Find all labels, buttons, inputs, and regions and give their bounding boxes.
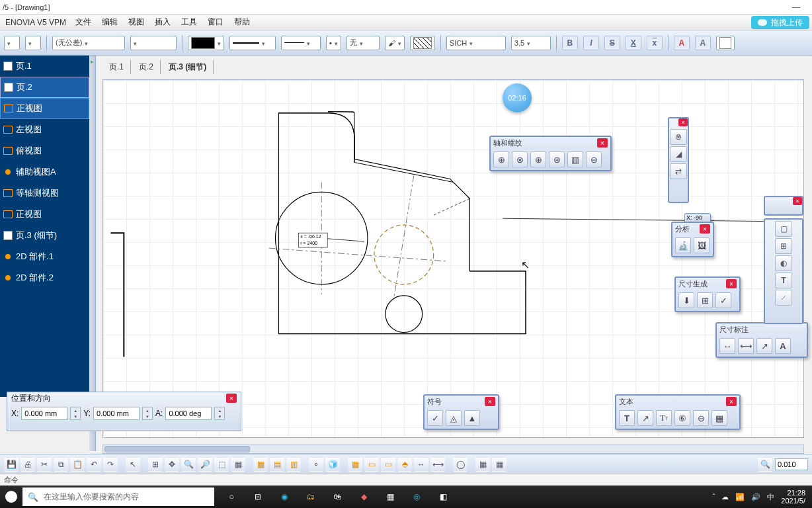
text-btn-T[interactable]: T bbox=[619, 410, 635, 426]
blank-dropdown-1[interactable] bbox=[130, 36, 177, 50]
linewidth-dropdown[interactable] bbox=[229, 36, 276, 50]
tree-item-2dpart2[interactable]: 2D 部件.2 bbox=[0, 267, 89, 288]
tree-item-sheet3[interactable]: 页.3 (细节) bbox=[0, 225, 89, 246]
task-view-icon[interactable]: ○ bbox=[218, 486, 245, 508]
mini1-btn-2[interactable]: ◢ bbox=[670, 146, 687, 162]
palette-axis-thread[interactable]: 轴和螺纹× ⊕ ⊗ ⊕ ⊛ ▥ ⊖ bbox=[489, 136, 612, 171]
hatch-pattern[interactable] bbox=[410, 36, 435, 50]
menu-help[interactable]: 帮助 bbox=[229, 17, 255, 28]
fit-icon[interactable]: ⊞ bbox=[148, 457, 163, 472]
zoom-input[interactable] bbox=[775, 458, 808, 470]
axis-btn-5[interactable]: ▥ bbox=[567, 151, 583, 167]
cut-icon[interactable]: ✂ bbox=[37, 457, 52, 472]
save-icon[interactable]: 💾 bbox=[4, 457, 19, 472]
underline-x-button[interactable]: X bbox=[626, 36, 641, 50]
tree-item-sheet2[interactable]: 页.2 bbox=[0, 77, 89, 98]
axis-btn-1[interactable]: ⊕ bbox=[493, 151, 509, 167]
y-spinner[interactable]: ▲▼ bbox=[142, 407, 153, 420]
close-icon[interactable]: × bbox=[678, 118, 688, 126]
close-icon[interactable]: × bbox=[726, 397, 737, 406]
symbol-btn-1[interactable]: ✓ bbox=[427, 410, 443, 426]
palette-symbol[interactable]: 符号× ✓ ◬ ▲ bbox=[423, 394, 499, 430]
tree-item-aux-view[interactable]: 辅助视图A bbox=[0, 161, 89, 183]
layer3-icon[interactable]: ⬘ bbox=[397, 457, 412, 472]
circle-tool-icon[interactable]: ◯ bbox=[453, 457, 467, 472]
axis-btn-2[interactable]: ⊗ bbox=[512, 151, 528, 167]
mini3-btn-4[interactable]: T bbox=[775, 273, 792, 288]
layer2-icon[interactable]: ▭ bbox=[381, 457, 395, 472]
mini1-btn-3[interactable]: ⇄ bbox=[670, 163, 687, 179]
tree-item-top-view[interactable]: 俯视图 bbox=[0, 140, 89, 161]
grid1-icon[interactable]: ▦ bbox=[253, 457, 268, 472]
cortana-icon[interactable]: ⊟ bbox=[245, 486, 271, 508]
timer-bubble[interactable]: 02:16 bbox=[503, 83, 532, 112]
undo-icon[interactable]: ↶ bbox=[87, 457, 101, 472]
close-icon[interactable]: × bbox=[597, 138, 608, 148]
copy-icon[interactable]: ⧉ bbox=[54, 457, 68, 472]
palette-analysis[interactable]: 分析× 🔬 🖼 bbox=[671, 222, 714, 257]
close-icon[interactable]: × bbox=[226, 394, 237, 403]
point-style-dropdown[interactable]: • bbox=[326, 36, 341, 50]
mini3-btn-1[interactable]: ▢ bbox=[775, 221, 792, 237]
taskbar-search[interactable]: 在这里输入你要搜索的内容 bbox=[22, 487, 214, 506]
overline-x-button[interactable]: x bbox=[647, 36, 663, 50]
tool-dd-1[interactable] bbox=[4, 36, 20, 50]
redo-icon[interactable]: ↷ bbox=[103, 457, 118, 472]
none-dropdown[interactable]: 无 bbox=[346, 36, 380, 50]
dimgen-btn-2[interactable]: ⊞ bbox=[697, 292, 713, 308]
mini3-btn-2[interactable]: ⊞ bbox=[775, 238, 792, 254]
dimannot-btn-3[interactable]: ↗ bbox=[756, 338, 772, 354]
pan-icon[interactable]: ✥ bbox=[165, 457, 179, 472]
tree-item-front-view-2[interactable]: 正视图 bbox=[0, 204, 89, 225]
scrollbar-thumb[interactable] bbox=[104, 446, 250, 452]
close-icon[interactable]: × bbox=[485, 397, 495, 406]
menu-file[interactable]: 文件 bbox=[70, 17, 97, 28]
dims2-icon[interactable]: ⟷ bbox=[430, 457, 445, 472]
italic-button[interactable]: I bbox=[583, 36, 599, 50]
palette-mini-1[interactable]: × ⊗ ◢ ⇄ bbox=[668, 117, 689, 203]
tolerance-dropdown[interactable]: (无公差) bbox=[52, 36, 125, 50]
font-dropdown[interactable]: SICH bbox=[446, 36, 506, 50]
color-swatch-white[interactable] bbox=[716, 36, 735, 50]
dimgen-btn-1[interactable]: ⬇ bbox=[678, 292, 694, 308]
mini1-btn-1[interactable]: ⊗ bbox=[670, 129, 687, 145]
a-spinner[interactable]: ▲▼ bbox=[214, 407, 225, 420]
text-btn-Tt[interactable]: TT bbox=[656, 410, 672, 426]
axis-btn-6[interactable]: ⊖ bbox=[586, 151, 602, 167]
app4-icon[interactable]: ◧ bbox=[430, 486, 456, 508]
x-spinner[interactable]: ▲▼ bbox=[70, 407, 81, 420]
layer1-icon[interactable]: ▭ bbox=[364, 457, 379, 472]
tab-page2[interactable]: 页.2 bbox=[132, 60, 161, 74]
axis-btn-4[interactable]: ⊛ bbox=[549, 151, 565, 167]
drawing-canvas[interactable]: x = -06.12 r = 2400 ↖ bbox=[102, 79, 804, 438]
palette-dim-annot[interactable]: 尺寸标注 ↔ ⟷ ↗ A bbox=[715, 322, 808, 358]
views-icon[interactable]: ▦ bbox=[231, 457, 245, 472]
text-color-a[interactable]: A bbox=[674, 36, 690, 50]
fontsize-dropdown[interactable]: 3.5 bbox=[511, 36, 551, 50]
tool-a-icon[interactable]: ⚬ bbox=[309, 457, 323, 472]
close-icon[interactable]: × bbox=[726, 279, 737, 288]
a-input[interactable] bbox=[165, 407, 212, 420]
horizontal-scrollbar[interactable] bbox=[102, 444, 804, 454]
tab-page1[interactable]: 页.1 bbox=[102, 60, 131, 74]
palette-mini-2[interactable]: × bbox=[764, 196, 803, 216]
tree-header[interactable]: 页.1 bbox=[0, 56, 89, 77]
close-icon[interactable]: × bbox=[700, 224, 710, 233]
palette-dim-gen[interactable]: 尺寸生成× ⬇ ⊞ ✓ bbox=[674, 276, 741, 312]
zoomin-icon[interactable]: 🔍 bbox=[181, 457, 196, 472]
zoom-tool-icon[interactable]: 🔍 bbox=[758, 457, 772, 472]
minimize-button[interactable] bbox=[783, 1, 809, 13]
grid3-icon[interactable]: ▥ bbox=[286, 457, 301, 472]
y-input[interactable] bbox=[93, 407, 140, 420]
mini3-btn-5[interactable]: ⟋ bbox=[775, 290, 792, 306]
text-btn-leader[interactable]: ↗ bbox=[637, 410, 653, 426]
dimannot-btn-4[interactable]: A bbox=[775, 338, 791, 354]
paste-icon[interactable]: 📋 bbox=[70, 457, 85, 472]
dimannot-btn-2[interactable]: ⟷ bbox=[738, 338, 754, 354]
text-style-a[interactable]: A bbox=[695, 36, 711, 50]
analysis-btn-2[interactable]: 🖼 bbox=[694, 237, 710, 253]
menu-window[interactable]: 窗口 bbox=[202, 17, 229, 28]
tab-page3[interactable]: 页.3 (细节) bbox=[162, 60, 214, 74]
misc1-icon[interactable]: ▦ bbox=[475, 457, 490, 472]
misc2-icon[interactable]: ▦ bbox=[492, 457, 507, 472]
